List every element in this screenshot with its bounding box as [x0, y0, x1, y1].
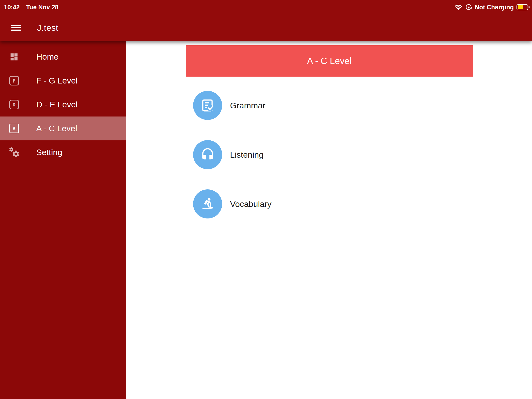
status-date: Tue Nov 28 [26, 4, 59, 11]
menu-item-label: Vocabulary [230, 199, 271, 209]
menu-item-listening[interactable]: Listening [193, 140, 264, 169]
battery-fill [518, 5, 523, 9]
sidebar-item-home[interactable]: Home [0, 45, 126, 69]
status-bar-left: 10:42 Tue Nov 28 [4, 4, 58, 11]
status-time: 10:42 [4, 4, 20, 11]
app-screen: 10:42 Tue Nov 28 Not Charging [0, 0, 532, 399]
status-bar: 10:42 Tue Nov 28 Not Charging [0, 0, 532, 13]
battery-nub [529, 6, 530, 8]
sidebar-item-setting[interactable]: Setting [0, 140, 126, 164]
menu-item-vocabulary[interactable]: Vocabulary [193, 189, 271, 218]
wifi-icon [454, 4, 462, 10]
sidebar-item-label: Setting [36, 148, 62, 157]
app-bar: J.test [0, 13, 532, 42]
letter-d-icon: D [9, 99, 19, 110]
sidebar-item-label: D - E Level [36, 100, 78, 109]
level-banner: A - C Level [186, 45, 473, 77]
main-content: A - C Level Grammar Liste [126, 41, 532, 399]
sidebar: Home F F - G Level D D - E Level A A - C… [0, 41, 126, 399]
battery-status-text: Not Charging [475, 4, 514, 11]
sidebar-item-de-level[interactable]: D D - E Level [0, 93, 126, 116]
sidebar-item-label: F - G Level [36, 76, 78, 85]
sidebar-item-label: A - C Level [36, 124, 77, 133]
app-title: J.test [37, 23, 58, 33]
sidebar-item-label: Home [36, 52, 59, 62]
hamburger-menu-icon[interactable] [11, 25, 21, 31]
rotation-lock-icon [465, 4, 472, 11]
battery-body [516, 4, 528, 10]
level-banner-title: A - C Level [307, 56, 352, 66]
menu-item-label: Grammar [230, 101, 266, 110]
document-check-icon [193, 91, 222, 120]
letter-f-icon: F [9, 75, 19, 86]
menu-item-label: Listening [230, 150, 264, 160]
menu-item-grammar[interactable]: Grammar [193, 91, 266, 120]
battery-icon [516, 4, 530, 10]
letter-a-icon: A [9, 123, 19, 134]
headphones-icon [193, 140, 222, 169]
dashboard-icon [9, 51, 19, 63]
sidebar-item-fg-level[interactable]: F F - G Level [0, 69, 126, 93]
sidebar-item-ac-level[interactable]: A A - C Level [0, 116, 126, 140]
status-bar-right: Not Charging [454, 4, 530, 11]
app-header: 10:42 Tue Nov 28 Not Charging [0, 0, 532, 41]
gears-icon [9, 147, 19, 158]
skier-icon [193, 189, 222, 218]
